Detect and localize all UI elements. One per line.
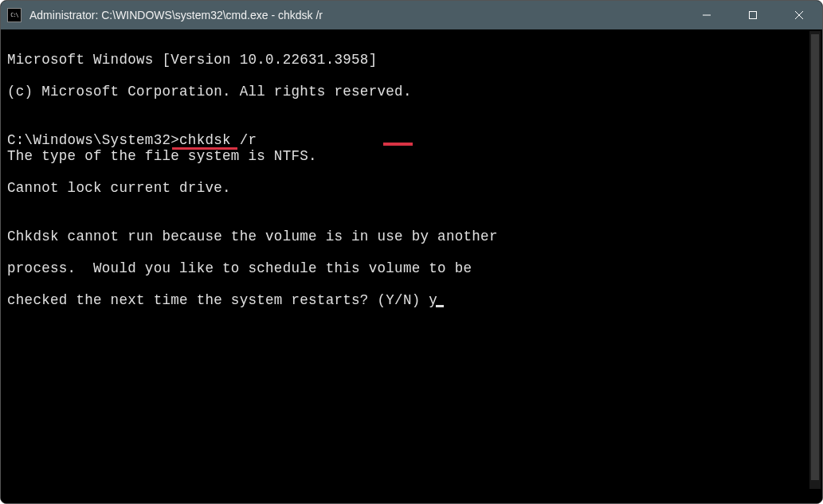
annotation-underline-icon [383,143,413,146]
output-line: The type of the file system is NTFS. [7,148,816,164]
maximize-icon [748,10,758,20]
titlebar[interactable]: C:\ Administrator: C:\WINDOWS\system32\c… [1,1,822,29]
annotation-underline-icon [172,147,237,150]
window-controls [684,1,822,29]
output-line: process. Would you like to schedule this… [7,260,816,276]
minimize-icon [702,10,711,20]
output-line: Microsoft Windows [Version 10.0.22631.39… [7,52,816,68]
scrollbar[interactable] [809,31,821,489]
maximize-button[interactable] [730,1,776,29]
prompt-line-response: checked the next time the system restart… [7,292,816,308]
prompt-prefix: C:\Windows\System32> [7,132,179,148]
terminal-body[interactable]: Microsoft Windows [Version 10.0.22631.39… [1,29,822,503]
minimize-button[interactable] [684,1,730,29]
close-button[interactable] [776,1,822,29]
output-line: Cannot lock current drive. [7,180,816,196]
close-icon [794,10,804,20]
output-line: (c) Microsoft Corporation. All rights re… [7,84,816,100]
terminal-window: C:\ Administrator: C:\WINDOWS\system32\c… [0,0,823,504]
command-line: C:\Windows\System32>chkdsk /r [7,132,257,148]
terminal-output: Microsoft Windows [Version 10.0.22631.39… [7,36,816,497]
cmd-icon: C:\ [7,8,22,22]
typed-command: chkdsk /r [179,132,257,148]
window-title: Administrator: C:\WINDOWS\system32\cmd.e… [29,9,684,21]
scrollbar-thumb[interactable] [811,34,819,480]
prompt-question: checked the next time the system restart… [7,292,429,308]
svg-rect-1 [750,12,757,19]
cursor-icon [436,305,444,307]
output-line: Chkdsk cannot run because the volume is … [7,229,816,244]
